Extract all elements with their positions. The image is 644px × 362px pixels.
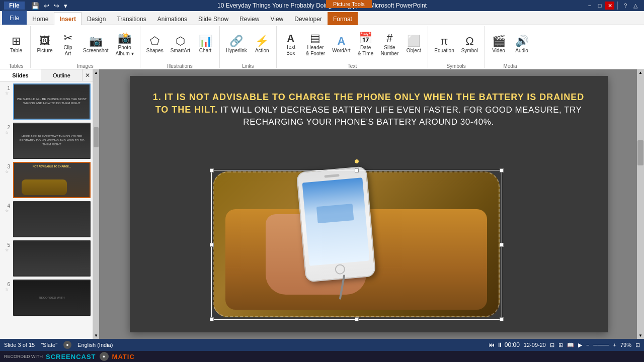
tab-slideshow[interactable]: Slide Show [193, 12, 234, 25]
slide-thumb-2[interactable]: 2 ☆ HERE ARE 10 EVERYDAY THINGS YOU'RE P… [2, 123, 91, 159]
tab-review[interactable]: Review [234, 12, 265, 25]
header-footer-icon: ▤ [310, 33, 320, 44]
slide-info: Slide 3 of 15 [4, 342, 35, 348]
sidebar-tab-slides[interactable]: Slides [0, 69, 41, 81]
file-badge[interactable]: File [4, 2, 25, 10]
date-time-button[interactable]: 📅 Date& Time [355, 27, 377, 62]
handle-bot-center[interactable] [355, 317, 359, 321]
slide-thumb-1[interactable]: 1 ☆ WE SHOULD ALL BE PERSON DOING THE MO… [2, 83, 91, 120]
sidebar-tab-outline[interactable]: Outline [41, 69, 83, 81]
slide-content-text[interactable]: 1. IT IS NOT ADVISABLE TO CHARGE THE PHO… [145, 91, 593, 128]
zoom-slider[interactable]: ──── [593, 342, 609, 348]
view-reading-btn[interactable]: 📖 [567, 342, 574, 348]
maximize-btn[interactable]: □ [595, 2, 604, 10]
handle-bot-right[interactable] [500, 317, 504, 321]
tab-insert[interactable]: Insert [54, 12, 82, 25]
zoom-out-btn[interactable]: − [586, 342, 589, 348]
save-quick-btn[interactable]: 💾 [30, 1, 40, 11]
images-group-label: Images [77, 63, 94, 69]
tab-view[interactable]: View [265, 12, 289, 25]
equation-button[interactable]: π Equation [431, 27, 457, 62]
sidebar-close-btn[interactable]: ✕ [83, 69, 93, 81]
symbol-button[interactable]: Ω Symbol [458, 27, 481, 62]
ribbon-group-symbols: π Equation Ω Symbol Symbols [428, 26, 485, 68]
slide-img-1[interactable]: WE SHOULD ALL BE PERSON DOING THE MOST W… [13, 83, 91, 120]
chart-button[interactable]: 📊 Chart [194, 27, 216, 62]
scroll-thumb-v[interactable] [94, 127, 99, 147]
video-button[interactable]: 🎬 Video [488, 27, 510, 62]
view-normal-btn[interactable]: ⊟ [550, 342, 554, 348]
action-button[interactable]: ⚡ Action [251, 27, 273, 62]
undo-quick-btn[interactable]: ↩ [43, 1, 50, 11]
header-footer-button[interactable]: ▤ Header& Footer [303, 27, 328, 62]
scroll-down-btn[interactable]: ▼ [93, 332, 99, 339]
left-scrollbar[interactable]: ▲ ▼ [93, 69, 99, 339]
close-btn[interactable]: ✕ [605, 2, 614, 10]
audio-icon: 🔊 [515, 36, 529, 47]
minimize-btn[interactable]: − [585, 2, 594, 10]
handle-top-right[interactable] [500, 168, 504, 172]
right-scrollbar[interactable]: ▲ ▼ [637, 69, 644, 339]
tab-home[interactable]: Home [27, 12, 54, 25]
slide-img-2[interactable]: HERE ARE 10 EVERYDAY THINGS YOU'RE PROBA… [13, 123, 91, 159]
hyperlink-button[interactable]: 🔗 Hyperlink [223, 27, 250, 62]
slide-thumb-5[interactable]: 5 ☆ [2, 240, 91, 277]
slide-image[interactable] [213, 171, 500, 317]
slide-img-6[interactable]: RECORDED WITH [13, 280, 91, 316]
slide-thumb-6[interactable]: 6 ☆ RECORDED WITH [2, 280, 91, 316]
illustrations-group-label: Illustrations [167, 63, 193, 69]
tab-design[interactable]: Design [82, 12, 111, 25]
phone-graphic [225, 179, 487, 310]
smartart-button[interactable]: ⬡ SmartArt [168, 27, 193, 62]
handle-rotate[interactable] [355, 159, 359, 163]
slide-img-3[interactable]: NOT ADVISABLE TO CHARGE... [13, 162, 91, 198]
pause-btn[interactable]: ⏸ [497, 341, 503, 348]
tab-file[interactable]: File [2, 11, 27, 25]
symbol-icon: Ω [465, 36, 473, 47]
redo-quick-btn[interactable]: ↪ [53, 1, 60, 11]
photo-album-button[interactable]: 📸 PhotoAlbum ▾ [113, 27, 137, 62]
photo-album-icon: 📸 [118, 33, 131, 44]
screenshot-button[interactable]: 📷 Screenshot [80, 27, 112, 62]
table-button[interactable]: ⊞ Table [5, 27, 27, 62]
textbox-button[interactable]: A TextBox [280, 27, 302, 62]
slides-panel: Slides Outline ✕ 1 ☆ WE SHOULD ALL BE PE… [0, 69, 93, 339]
window-controls: − □ ✕ ? △ [585, 2, 640, 10]
slide-canvas[interactable]: 1. IT IS NOT ADVISABLE TO CHARGE THE PHO… [130, 76, 608, 332]
ribbon-collapse-btn[interactable]: △ [631, 2, 640, 10]
fit-slide-btn[interactable]: ⊡ [635, 342, 640, 348]
tab-animations[interactable]: Animations [152, 12, 193, 25]
slide-img-5[interactable] [13, 240, 91, 277]
picture-button[interactable]: 🖼 Picture [34, 27, 56, 62]
scroll-right-down-btn[interactable]: ▼ [637, 332, 643, 339]
tab-format[interactable]: Format [328, 12, 358, 25]
quick-access-dropdown[interactable]: ▾ [63, 1, 68, 11]
handle-mid-right[interactable] [500, 243, 504, 247]
slide-thumb-4[interactable]: 4 ☆ [2, 201, 91, 237]
picture-icon: 🖼 [39, 36, 50, 47]
view-slide-sorter-btn[interactable]: ⊞ [558, 342, 563, 348]
handle-bot-left[interactable] [210, 317, 214, 321]
help-btn[interactable]: ? [621, 2, 630, 10]
audio-button[interactable]: 🔊 Audio [511, 27, 533, 62]
handle-top-left[interactable] [210, 168, 214, 172]
matic-text: MATIC [112, 353, 135, 360]
play-btn[interactable]: ⏮ [489, 341, 495, 348]
shapes-button[interactable]: ⬠ Shapes [143, 27, 167, 62]
slide-img-4[interactable] [13, 201, 91, 237]
slide-number-button[interactable]: # SlideNumber [378, 27, 402, 62]
object-button[interactable]: ⬜ Object [403, 27, 425, 62]
scroll-right-up-btn[interactable]: ▲ [637, 69, 643, 76]
scroll-thumb-right[interactable] [637, 140, 643, 165]
wordart-button[interactable]: A WordArt [329, 27, 354, 62]
window-title: 10 Everyday Things You're Probably Doing… [217, 2, 427, 9]
tables-group-label: Tables [9, 63, 24, 69]
tab-developer[interactable]: Developer [289, 12, 328, 25]
clip-art-button[interactable]: ✂ ClipArt [57, 27, 79, 62]
slide-thumb-3[interactable]: 3 ☆ NOT ADVISABLE TO CHARGE... [2, 162, 91, 198]
view-slideshow-btn[interactable]: ▶ [578, 342, 582, 348]
tab-transitions[interactable]: Transitions [111, 12, 151, 25]
zoom-in-btn[interactable]: + [613, 342, 616, 348]
canvas-area[interactable]: ▲ ▼ 1. IT IS NOT ADVISABLE TO CHARGE THE… [93, 69, 644, 339]
scroll-up-btn[interactable]: ▲ [93, 69, 99, 76]
